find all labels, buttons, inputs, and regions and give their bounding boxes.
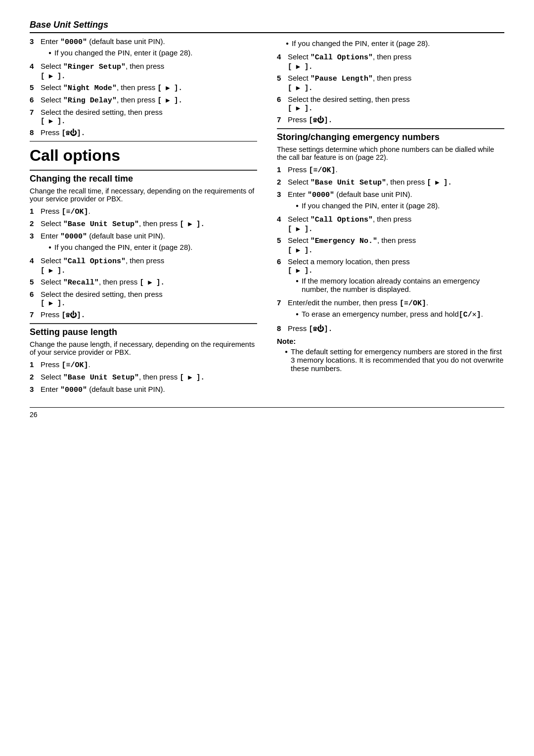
emergency-step-4: 4 Select "Call Options", then press [ ▶ … xyxy=(277,215,504,233)
emergency-step-3-bullet: If you changed the PIN, enter it (page 2… xyxy=(296,201,504,210)
pause-step-2-btn: [ ▶ ]. xyxy=(179,374,204,381)
pause-steps: 1 Press [≡/OK]. 2 Select "Base Unit Setu… xyxy=(30,360,257,394)
pause-cont-bullet-content: If you changed the PIN, enter it (page 2… xyxy=(286,37,504,49)
recall-step-5-btn: [ ▶ ]. xyxy=(139,279,164,286)
pause-step-7-num: 7 xyxy=(277,115,286,124)
recall-step-5-content: Select "Recall", then press [ ▶ ]. xyxy=(41,278,257,287)
call-options-rule xyxy=(30,141,257,142)
step-5-content: Select "Night Mode", then press [ ▶ ]. xyxy=(41,83,257,93)
emergency-step-7-bullet: To erase an emergency number, press and … xyxy=(296,310,504,319)
emergency-steps: 1 Press [≡/OK]. 2 Select "Base Unit Setu… xyxy=(277,165,504,333)
step-3-bullets: If you changed the PIN, enter it (page 2… xyxy=(48,48,257,57)
pause-step-4-content: Select "Call Options", then press [ ▶ ]. xyxy=(288,52,504,71)
recall-step-3-content: Enter "0000" (default base unit PIN). If… xyxy=(41,232,257,253)
recall-step-3-bullets: If you changed the PIN, enter it (page 2… xyxy=(48,243,257,251)
note-section: Note: The default setting for emergency … xyxy=(277,337,504,373)
base-unit-title: Base Unit Settings xyxy=(30,20,504,30)
pause-step-2: 2 Select "Base Unit Setup", then press [… xyxy=(30,373,257,382)
pause-step-5-num: 5 xyxy=(277,74,286,82)
recall-step-5-mono: "Recall" xyxy=(63,279,99,287)
step-6-mono: "Ring Delay" xyxy=(63,96,117,105)
pause-step-6: 6 Select the desired setting, then press… xyxy=(277,95,504,112)
step-6-btn: [ ▶ ]. xyxy=(157,96,182,104)
emergency-step-3-content: Enter "0000" (default base unit PIN). If… xyxy=(288,190,504,212)
recall-step-6-content: Select the desired setting, then press [… xyxy=(41,290,257,307)
pause-step-6-btn: [ ▶ ]. xyxy=(288,104,312,112)
emergency-rule xyxy=(277,128,504,129)
recall-step-1-num: 1 xyxy=(30,207,39,215)
emergency-step-8-content: Press [☎⏻]. xyxy=(288,324,504,333)
emergency-step-5-mono: "Emergency No." xyxy=(311,237,377,245)
pause-step-7-btn: [☎⏻]. xyxy=(309,116,333,124)
step-5: 5 Select "Night Mode", then press [ ▶ ]. xyxy=(30,83,257,93)
emergency-step-1-content: Press [≡/OK]. xyxy=(288,165,504,175)
left-column: 3 Enter "0000" (default base unit PIN). … xyxy=(30,37,257,397)
recall-step-3-num: 3 xyxy=(30,232,39,240)
pause-step-1-content: Press [≡/OK]. xyxy=(41,360,257,370)
pause-step-3-content: Enter "0000" (default base unit PIN). xyxy=(41,385,257,394)
emergency-step-7-content: Enter/edit the number, then press [≡/OK]… xyxy=(288,298,504,321)
step-4-mono: "Ringer Setup" xyxy=(63,63,126,71)
step-5-mono: "Night Mode" xyxy=(63,84,117,93)
emergency-step-6-bullet: If the memory location already contains … xyxy=(296,277,504,293)
pause-cont-bullet-item: If you changed the PIN, enter it (page 2… xyxy=(286,39,504,47)
recall-step-4: 4 Select "Call Options", then press [ ▶ … xyxy=(30,256,257,275)
recall-step-3-bullet: If you changed the PIN, enter it (page 2… xyxy=(48,243,257,251)
recall-step-2-btn: [ ▶ ]. xyxy=(179,220,204,228)
pause-step-5-btn: [ ▶ ]. xyxy=(288,84,312,92)
top-rule xyxy=(30,32,504,33)
emergency-step-4-content: Select "Call Options", then press [ ▶ ]. xyxy=(288,215,504,233)
emergency-step-7: 7 Enter/edit the number, then press [≡/O… xyxy=(277,298,504,321)
step-6-content: Select "Ring Delay", then press [ ▶ ]. xyxy=(41,95,257,105)
recall-step-1-content: Press [≡/OK]. xyxy=(41,207,257,216)
pause-step-6-content: Select the desired setting, then press [… xyxy=(288,95,504,112)
note-label: Note: xyxy=(277,337,296,345)
step-7-num: 7 xyxy=(30,108,39,116)
pause-step-4-num: 4 xyxy=(277,52,286,61)
recall-step-3: 3 Enter "0000" (default base unit PIN). … xyxy=(30,232,257,253)
recall-step-5-num: 5 xyxy=(30,278,39,286)
step-6-num: 6 xyxy=(30,95,39,104)
emergency-step-7-mono: [≡/OK] xyxy=(400,299,426,308)
recall-step-7-btn: [☎⏻]. xyxy=(62,311,86,319)
emergency-step-6: 6 Select a memory location, then press [… xyxy=(277,257,504,295)
emergency-step-3-bullets: If you changed the PIN, enter it (page 2… xyxy=(296,201,504,210)
recall-step-6-btn: [ ▶ ]. xyxy=(41,299,65,307)
pause-step-4: 4 Select "Call Options", then press [ ▶ … xyxy=(277,52,504,71)
pause-rule xyxy=(30,323,257,324)
emergency-step-2-btn: [ ▶ ]. xyxy=(427,179,451,187)
recall-intro: Change the recall time, if necessary, de… xyxy=(30,187,257,203)
pause-cont-bullet: If you changed the PIN, enter it (page 2… xyxy=(286,37,504,49)
emergency-step-5-num: 5 xyxy=(277,236,286,244)
emergency-step-7-num: 7 xyxy=(277,298,286,307)
pause-step-2-content: Select "Base Unit Setup", then press [ ▶… xyxy=(41,373,257,382)
pause-step-3: 3 Enter "0000" (default base unit PIN). xyxy=(30,385,257,394)
recall-step-4-content: Select "Call Options", then press [ ▶ ]. xyxy=(41,256,257,275)
step-8-num: 8 xyxy=(30,128,39,137)
emergency-step-6-content: Select a memory location, then press [ ▶… xyxy=(288,257,504,295)
page-number: 26 xyxy=(30,411,38,419)
step-7-btn: [ ▶ ]. xyxy=(41,117,65,125)
pause-continued-steps: If you changed the PIN, enter it (page 2… xyxy=(277,37,504,124)
step-4-btn: [ ▶ ]. xyxy=(41,72,65,80)
step-3-num: 3 xyxy=(30,37,39,46)
step-8: 8 Press [☎⏻]. xyxy=(30,128,257,137)
step-4-content: Select "Ringer Setup", then press [ ▶ ]. xyxy=(41,62,257,80)
emergency-step-8: 8 Press [☎⏻]. xyxy=(277,324,504,333)
step-4: 4 Select "Ringer Setup", then press [ ▶ … xyxy=(30,62,257,80)
recall-step-2: 2 Select "Base Unit Setup", then press [… xyxy=(30,219,257,229)
recall-title: Changing the recall time xyxy=(30,174,257,184)
emergency-step-6-num: 6 xyxy=(277,257,286,266)
step-8-content: Press [☎⏻]. xyxy=(41,128,257,137)
emergency-step-3-num: 3 xyxy=(277,190,286,198)
recall-steps: 1 Press [≡/OK]. 2 Select "Base Unit Setu… xyxy=(30,207,257,319)
recall-rule xyxy=(30,170,257,171)
recall-step-4-btn: [ ▶ ]. xyxy=(41,267,65,275)
step-8-btn: [☎⏻]. xyxy=(62,129,86,137)
recall-step-2-mono: "Base Unit Setup" xyxy=(63,220,139,229)
pause-step-5-content: Select "Pause Length", then press [ ▶ ]. xyxy=(288,74,504,92)
pause-step-6-num: 6 xyxy=(277,95,286,103)
emergency-title: Storing/changing emergency numbers xyxy=(277,132,504,142)
emergency-step-7-bullets: To erase an emergency number, press and … xyxy=(296,310,504,319)
emergency-step-2-num: 2 xyxy=(277,178,286,186)
